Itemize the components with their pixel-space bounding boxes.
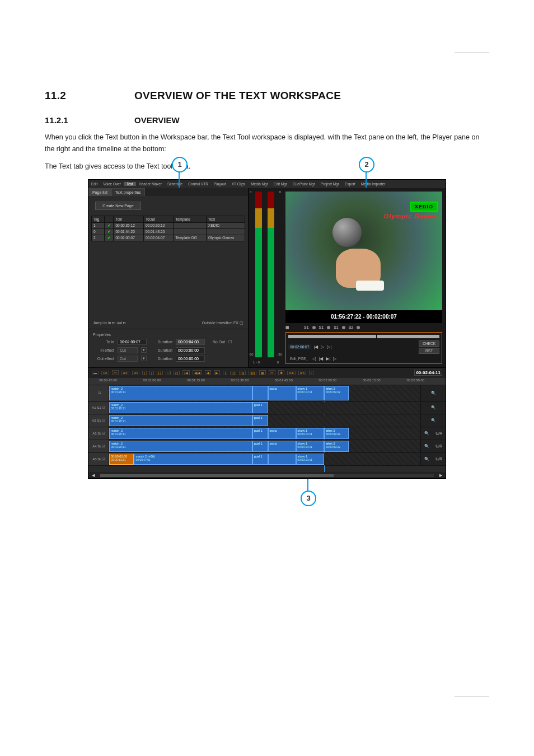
workspace-tab-header-maker[interactable]: Header Maker <box>136 182 165 186</box>
timeline-tool[interactable]: ▶ <box>214 370 220 375</box>
chevron-down-icon[interactable]: ▾ <box>141 347 147 353</box>
scroll-right-icon[interactable]: ▶ <box>439 473 442 478</box>
zoom-icon[interactable]: 🔍 <box>424 444 429 449</box>
clip[interactable]: match 2 (+06)00:00:47:01 <box>134 454 252 465</box>
clip[interactable]: match_200:01:20:11 <box>109 441 252 452</box>
timeline-tool[interactable]: [ <box>142 371 147 375</box>
table-row[interactable]: 1✔00:00:26:1200:00:30:12XEDIO <box>92 222 245 228</box>
clip[interactable]: show 100:00:10:11 <box>296 454 324 465</box>
track-body[interactable]: match_200:01:20:11goal 1xedioshow 100:00… <box>109 427 420 440</box>
s1c-dot[interactable] <box>342 326 345 329</box>
clip[interactable]: goal 1 <box>252 454 268 465</box>
track-header[interactable]: A3 St☑ <box>88 427 109 440</box>
clip[interactable] <box>252 386 268 400</box>
tab-page-list[interactable]: Page list <box>88 188 111 196</box>
scroll-left-icon[interactable]: ◀ <box>92 473 95 478</box>
timeline-tool[interactable]: afx <box>121 371 129 375</box>
in-effect-select[interactable]: Cut <box>118 347 138 353</box>
play-icon[interactable]: ▷ <box>321 344 324 349</box>
zoom-icon[interactable]: 🔍 <box>424 431 429 436</box>
clip[interactable]: show 100:00:10:11 <box>296 441 324 452</box>
workspace-tab-cuepoint-mgr[interactable]: CuePoint Mgr <box>290 182 318 186</box>
track-header[interactable]: A4 St☑ <box>88 440 109 452</box>
timeline-tool[interactable]: [|||] <box>249 371 256 375</box>
track-body[interactable]: 00:00:00:0000:00:13:21match 2 (+06)00:00… <box>109 453 420 465</box>
outside-fx-checkbox[interactable]: ▢ <box>240 321 243 325</box>
timeline-tool[interactable]: ▫ <box>309 371 313 375</box>
zoom-icon[interactable]: 🔍 <box>431 405 436 410</box>
clip[interactable]: match_200:01:20:11 <box>109 386 252 400</box>
rewind-icon[interactable]: ◁ <box>312 356 316 361</box>
clip[interactable]: show 100:00:10:11 <box>296 428 324 439</box>
next-icon[interactable]: ▷| <box>327 344 331 349</box>
clip[interactable] <box>268 454 296 465</box>
step-fwd-icon[interactable]: ▶| <box>326 356 330 361</box>
s1-dot[interactable] <box>312 326 316 329</box>
create-new-page-button[interactable]: Create New Page <box>95 202 141 210</box>
clip[interactable]: goal 1 <box>252 402 268 413</box>
track-body[interactable]: match_200:01:20:11goal 1xedioshow 100:00… <box>109 440 420 452</box>
out-effect-select[interactable]: Cut <box>118 356 138 362</box>
timeline-tool[interactable]: a:b <box>287 371 295 375</box>
timeline-tool[interactable]: ◀ <box>205 370 211 375</box>
clip[interactable]: match_200:01:20:11 <box>109 428 252 439</box>
timeline-tool[interactable]: ▬ <box>92 371 99 375</box>
track-header[interactable]: A2 S1☑ <box>88 414 109 427</box>
timeline-tool[interactable]: a/b <box>298 371 306 375</box>
workspace-tab-playout[interactable]: Playout <box>211 182 229 186</box>
timeline-tool[interactable]: | <box>223 371 227 375</box>
clip[interactable]: match_200:01:20:11 <box>109 415 252 426</box>
workspace-tab-xt-clips[interactable]: XT Clips <box>229 182 248 186</box>
track-header[interactable]: ☑ <box>88 385 109 401</box>
out-effect-dur-field[interactable]: 00:00:00:00 <box>176 356 205 362</box>
zoom-icon[interactable]: 🔍 <box>431 418 436 423</box>
clip[interactable]: xedio <box>268 386 296 400</box>
timeline-tool[interactable]: [||] <box>239 371 246 375</box>
table-row[interactable]: 2✔00:02:00:0700:02:04:07Template OGOlymp… <box>92 235 245 241</box>
step-back-icon[interactable]: |◀ <box>318 356 323 361</box>
timeline-tool[interactable]: □ <box>166 371 171 375</box>
timeline-tool[interactable]: [|] <box>230 371 236 375</box>
track-body[interactable]: match_200:01:20:11goal 1 <box>109 414 420 427</box>
clip[interactable]: xedio <box>268 428 296 439</box>
timeline-tool[interactable]: ▭ <box>112 370 119 375</box>
chevron-down-icon[interactable]: ▾ <box>141 356 147 361</box>
jump-out-icon[interactable]: ◘ <box>123 321 125 325</box>
view-mode-icon[interactable]: ▦ <box>285 325 289 330</box>
timeline-tool[interactable]: [ ] <box>157 371 163 375</box>
no-out-checkbox[interactable]: ▢ <box>228 339 232 344</box>
timeline-tool[interactable]: ◀|◀ <box>193 370 203 375</box>
jump-in-icon[interactable]: ◘ <box>112 321 114 325</box>
workspace-tab-text[interactable]: Text <box>124 182 136 186</box>
track-header[interactable]: A1 S1☑ <box>88 402 109 414</box>
track-header[interactable]: A5 St☑ <box>88 453 109 465</box>
clip[interactable]: xedio <box>268 441 296 452</box>
timeline-tool[interactable]: |◀ <box>182 370 190 375</box>
workspace-tab-edit[interactable]: Edit <box>88 182 100 186</box>
zoom-icon[interactable]: 🔍 <box>431 391 436 395</box>
timeline-tool[interactable]: ▭ <box>269 370 275 375</box>
timeline-tool[interactable]: Clr <box>101 371 109 375</box>
clip[interactable]: goal 1 <box>252 415 268 426</box>
timeline-tool[interactable]: [:] <box>174 371 180 375</box>
timeline-scrollbar[interactable]: ◀ ▶ <box>88 472 446 479</box>
clip[interactable]: show 100:00:10:11 <box>296 386 324 400</box>
workspace-tab-media-importer[interactable]: Media Importer <box>358 182 388 186</box>
rst-button[interactable]: RST <box>419 348 439 354</box>
ffwd-icon[interactable]: ▷ <box>333 356 336 361</box>
s1b-dot[interactable] <box>327 326 330 329</box>
clip[interactable]: match_200:01:20:11 <box>109 402 252 413</box>
workspace-tab-edit-mgr[interactable]: Edit Mgr <box>271 182 290 186</box>
timeline-tool[interactable]: ] <box>149 371 154 375</box>
timeline-tool[interactable]: vfx <box>132 371 140 375</box>
tc-in-field[interactable]: 00:02:00:07 <box>118 339 147 345</box>
workspace-tab-media-mgr[interactable]: Media Mgr <box>248 182 271 186</box>
workspace-tab-export[interactable]: Export <box>342 182 358 186</box>
workspace-tab-voice-over[interactable]: Voice Over <box>100 182 124 186</box>
prev-icon[interactable]: |◀ <box>313 344 318 349</box>
s2-dot[interactable] <box>357 326 360 329</box>
track-body[interactable]: match_200:01:20:11goal 1 <box>109 402 420 414</box>
in-effect-dur-field[interactable]: 00:00:00:00 <box>176 347 205 353</box>
clip[interactable]: athet 200:00:09:22 <box>324 441 349 452</box>
clip[interactable]: athet 200:00:09:22 <box>324 428 349 439</box>
